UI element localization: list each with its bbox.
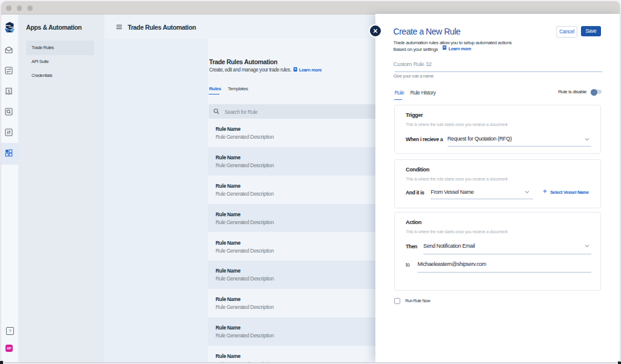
svg-text:$: $ xyxy=(8,88,10,93)
